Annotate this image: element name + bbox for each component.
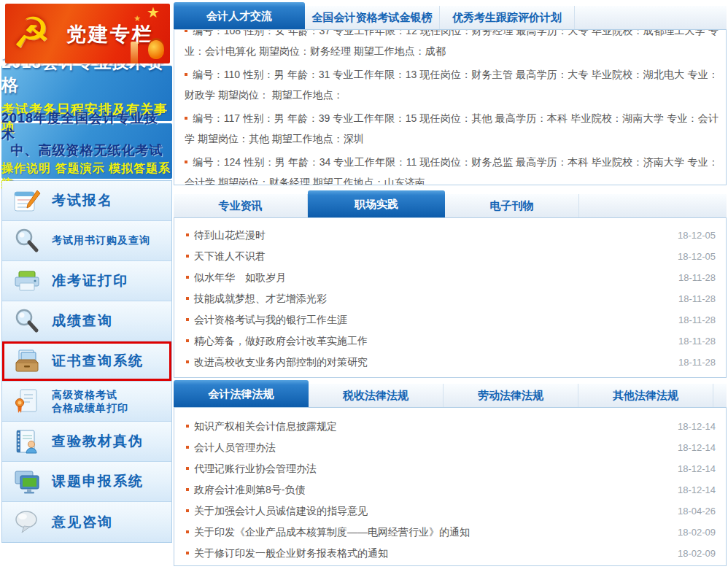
list-item: 关于加强会计人员诚信建设的指导意见 18-04-26 (174, 500, 726, 522)
list-item: 代理记账行业协会管理办法 18-12-14 (174, 458, 726, 479)
article-date: 18-11-28 (678, 314, 716, 325)
notepad-pencil-icon (11, 185, 43, 216)
talent-entries: 编号：108 性别：女 年龄：37 专业工作年限：12 现任岗位：财务经理 最高… (174, 29, 726, 185)
paperless-exam-banner[interactable]: 2018年度全国会计专业技术 中、高级资格无纸化考试 操作说明 答题演示 模拟答… (1, 123, 172, 179)
list-item: 会计资格考试与我的银行工作生涯 18-11-28 (174, 309, 726, 331)
party-building-banner[interactable]: ☭ 党建专栏 ★ ★ (5, 4, 170, 63)
list-item: 待到山花烂漫时 18-12-05 (174, 225, 726, 246)
sidebar-item-admission-ticket-print[interactable]: 准考证打印 (2, 261, 171, 301)
tab-professional-news[interactable]: 专业资讯 (174, 194, 308, 217)
certificate-ribbon-icon (11, 386, 43, 417)
list-item: 改进高校收支业务内部控制的对策研究 18-11-28 (174, 352, 726, 373)
sidebar-item-label: 查验教材真伪 (52, 432, 144, 451)
tab-labor-laws[interactable]: 劳动法律法规 (444, 384, 578, 407)
law-date: 18-04-26 (678, 506, 716, 517)
article-date: 18-11-28 (678, 336, 716, 347)
article-date: 18-12-05 (678, 251, 716, 262)
tab-outstanding-candidates[interactable]: 优秀考生跟踪评价计划 (440, 6, 575, 29)
sidebar: ☭ 党建专栏 ★ ★ 2018会计专业技术资格 考试考务日程安排及有关事项 20… (0, 0, 174, 572)
tabbar-filler (713, 384, 727, 407)
list-item: 精心筹备，做好政府会计改革实施工作 18-11-28 (174, 331, 726, 352)
list-item: 天下谁人不识君 18-12-05 (174, 246, 726, 267)
sidebar-item-label: 考试用书订购及查询 (52, 234, 150, 247)
article-link[interactable]: 天下谁人不识君 (186, 250, 266, 263)
talent-tabbar: 会计人才交流 全国会计资格考试金银榜 优秀考生跟踪评价计划 (174, 2, 727, 29)
list-item: 会计人员管理办法 18-12-14 (174, 437, 726, 458)
list-item: 关于修订印发一般企业财务报表格式的通知 18-02-09 (174, 543, 726, 564)
tab-accounting-laws[interactable]: 会计法律法规 (174, 380, 309, 407)
sidebar-item-score-search[interactable]: 成绩查询 (2, 301, 171, 341)
law-link[interactable]: 代理记账行业协会管理办法 (186, 463, 317, 476)
law-link[interactable]: 政府会计准则第8号-负债 (186, 484, 305, 497)
speech-bubble-icon (11, 507, 43, 538)
laws-list-box: 知识产权相关会计信息披露规定 18-12-14 会计人员管理办法 18-12-1… (174, 407, 727, 566)
tabbar-filler (579, 194, 727, 217)
article-link[interactable]: 待到山花烂漫时 (186, 229, 266, 242)
law-date: 18-02-09 (678, 548, 716, 559)
law-link[interactable]: 会计人员管理办法 (186, 441, 276, 455)
sidebar-item-verify-textbook[interactable]: 查验教材真伪 (2, 422, 171, 462)
star-icon: ★ (133, 14, 141, 23)
laws-tabbar: 会计法律法规 税收法律法规 劳动法律法规 其他法律法规 (174, 380, 727, 407)
list-item: 关于印发《企业产品成本核算制度——电网经营行业》的通知 18-02-09 (174, 522, 726, 543)
book-person-icon (11, 426, 43, 457)
sidebar-item-project-application[interactable]: 课题申报系统 (2, 462, 171, 502)
article-link[interactable]: 改进高校收支业务内部控制的对策研究 (186, 356, 368, 369)
lighthouse-graphic (131, 42, 138, 63)
article-date: 18-11-28 (678, 272, 716, 283)
article-date: 18-12-05 (678, 230, 716, 241)
law-date: 18-02-09 (678, 527, 716, 538)
lantern-icon (148, 40, 164, 59)
article-link[interactable]: 似水年华 如歌岁月 (186, 271, 286, 285)
sidebar-item-label: 证书查询系统 (52, 352, 144, 371)
talent-entry: 编号：124 性别：男 年龄：34 专业工作年限：11 现任岗位：财务总监 最高… (185, 152, 719, 185)
list-item: 技能成就梦想、才艺增添光彩 18-11-28 (174, 288, 726, 309)
talent-entry: 编号：117 性别：男 年龄：39 专业工作年限：15 现任岗位：其他 最高学历… (185, 108, 719, 149)
list-item: 似水年华 如歌岁月 18-11-28 (174, 267, 726, 288)
articles-list-box: 待到山花烂漫时 18-12-05 天下谁人不识君 18-12-05 似水年华 如… (174, 217, 727, 378)
article-link[interactable]: 会计资格考试与我的银行工作生涯 (186, 314, 347, 327)
sidebar-item-label: 考试报名 (52, 191, 113, 210)
hammer-sickle-icon: ☭ (12, 5, 50, 61)
talent-entry: 编号：110 性别：男 年龄：31 专业工作年限：13 现任岗位：财务主管 最高… (185, 64, 719, 105)
tab-tax-laws[interactable]: 税收法律法规 (309, 384, 444, 407)
sidebar-item-label: 意见咨询 (52, 513, 113, 532)
article-link[interactable]: 技能成就梦想、才艺增添光彩 (186, 293, 327, 306)
sidebar-item-label: 课题申报系统 (52, 472, 144, 491)
article-link[interactable]: 精心筹备，做好政府会计改革实施工作 (186, 335, 368, 348)
tab-other-laws[interactable]: 其他法律法规 (578, 384, 713, 407)
sidebar-item-feedback[interactable]: 意见咨询 (2, 502, 171, 542)
tab-gold-silver-list[interactable]: 全国会计资格考试金银榜 (305, 6, 440, 29)
article-date: 18-11-28 (678, 293, 716, 304)
law-date: 18-12-14 (678, 484, 716, 495)
law-link[interactable]: 关于修订印发一般企业财务报表格式的通知 (186, 547, 388, 560)
articles-tabbar: 专业资讯 职场实践 电子刊物 (174, 190, 727, 217)
banner-line: 2018年度全国会计专业技术 (1, 110, 172, 142)
sidebar-item-exam-registration[interactable]: 考试报名 (2, 181, 171, 221)
magnifier-icon (11, 225, 43, 256)
sidebar-item-senior-transcript-print[interactable]: 高级资格考试合格成绩单打印 (2, 382, 171, 422)
sidebar-item-label: 高级资格考试合格成绩单打印 (52, 388, 128, 414)
tab-talent-exchange[interactable]: 会计人才交流 (174, 2, 305, 29)
tabbar-filler (575, 6, 727, 29)
sidebar-item-book-order-search[interactable]: 考试用书订购及查询 (2, 221, 171, 261)
printer-icon (11, 266, 43, 296)
main-content: 会计人才交流 全国会计资格考试金银榜 优秀考生跟踪评价计划 编号：108 性别：… (174, 0, 728, 572)
page: ☭ 党建专栏 ★ ★ 2018会计专业技术资格 考试考务日程安排及有关事项 20… (0, 0, 728, 572)
sidebar-item-label: 准考证打印 (52, 271, 128, 290)
article-date: 18-11-28 (678, 357, 716, 368)
law-link[interactable]: 关于印发《企业产品成本核算制度——电网经营行业》的通知 (186, 526, 470, 539)
magnifier-icon (11, 306, 43, 336)
tab-e-publications[interactable]: 电子刊物 (445, 194, 579, 217)
law-date: 18-12-14 (678, 463, 716, 474)
law-link[interactable]: 知识产权相关会计信息披露规定 (186, 420, 337, 433)
party-banner-title: 党建专栏 (66, 21, 154, 47)
tab-workplace-practice[interactable]: 职场实践 (308, 190, 445, 217)
sidebar-item-certificate-search[interactable]: 证书查询系统 (2, 341, 171, 382)
banner-line: 中、高级资格无纸化考试 (11, 142, 163, 158)
law-link[interactable]: 关于加强会计人员诚信建设的指导意见 (186, 505, 368, 518)
law-date: 18-12-14 (678, 421, 716, 432)
law-date: 18-12-14 (678, 442, 716, 453)
star-icon: ★ (147, 4, 160, 21)
drawer-files-icon (11, 346, 43, 376)
